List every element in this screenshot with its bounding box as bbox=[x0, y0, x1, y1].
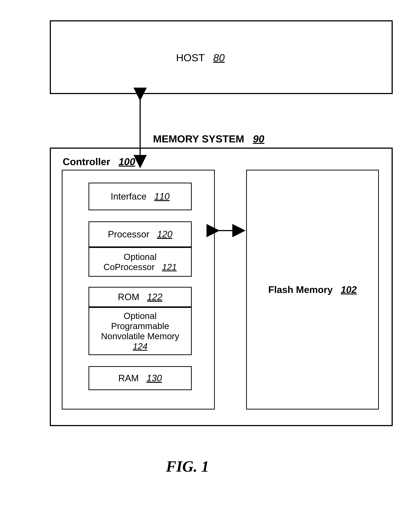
host-text: HOST bbox=[176, 52, 205, 63]
processor-text: Processor bbox=[108, 229, 149, 240]
rom-box: ROM 122 bbox=[89, 287, 192, 307]
controller-text: Controller bbox=[63, 156, 110, 167]
coprocessor-box: Optional CoProcessor 121 bbox=[89, 247, 192, 277]
nvm-line1: Optional bbox=[124, 311, 157, 321]
ram-label-wrap: RAM 130 bbox=[118, 373, 162, 383]
ram-ref: 130 bbox=[147, 373, 162, 383]
rom-ref: 122 bbox=[147, 292, 162, 302]
interface-ref: 110 bbox=[154, 191, 169, 202]
nvm-box: Optional Programmable Nonvolatile Memory… bbox=[89, 307, 192, 355]
host-label: HOST 80 bbox=[176, 52, 225, 64]
nvm-ref: 124 bbox=[133, 341, 148, 351]
processor-label-wrap: Processor 120 bbox=[108, 229, 172, 240]
interface-text: Interface bbox=[111, 191, 147, 202]
flash-ref: 102 bbox=[341, 284, 357, 295]
nvm-label-wrap: Optional Programmable Nonvolatile Memory… bbox=[101, 311, 179, 352]
processor-ref: 120 bbox=[157, 229, 172, 240]
rom-text: ROM bbox=[118, 292, 139, 302]
figure-caption: FIG. 1 bbox=[166, 457, 209, 475]
coprocessor-label-wrap: Optional CoProcessor 121 bbox=[104, 252, 177, 272]
controller-label: Controller 100 bbox=[63, 156, 135, 167]
nvm-line2: Programmable bbox=[111, 321, 169, 331]
ram-box: RAM 130 bbox=[89, 366, 192, 390]
controller-ref: 100 bbox=[119, 156, 135, 167]
memory-system-ref: 90 bbox=[253, 133, 264, 145]
coprocessor-line1: Optional bbox=[124, 252, 157, 262]
host-ref: 80 bbox=[213, 52, 225, 63]
memory-system-text: MEMORY SYSTEM bbox=[153, 133, 244, 145]
interface-label-wrap: Interface 110 bbox=[111, 191, 170, 202]
coprocessor-line2: CoProcessor bbox=[104, 262, 154, 272]
coprocessor-ref: 121 bbox=[162, 262, 177, 272]
ram-text: RAM bbox=[118, 373, 139, 383]
flash-text: Flash Memory bbox=[268, 284, 333, 295]
flash-label-wrap: Flash Memory 102 bbox=[268, 284, 357, 295]
nvm-line3: Nonvolatile Memory bbox=[101, 331, 179, 341]
processor-box: Processor 120 bbox=[89, 221, 192, 247]
flash-box: Flash Memory 102 bbox=[246, 170, 379, 410]
memory-system-label: MEMORY SYSTEM 90 bbox=[153, 133, 264, 145]
interface-box: Interface 110 bbox=[89, 182, 192, 210]
rom-label-wrap: ROM 122 bbox=[118, 292, 163, 302]
